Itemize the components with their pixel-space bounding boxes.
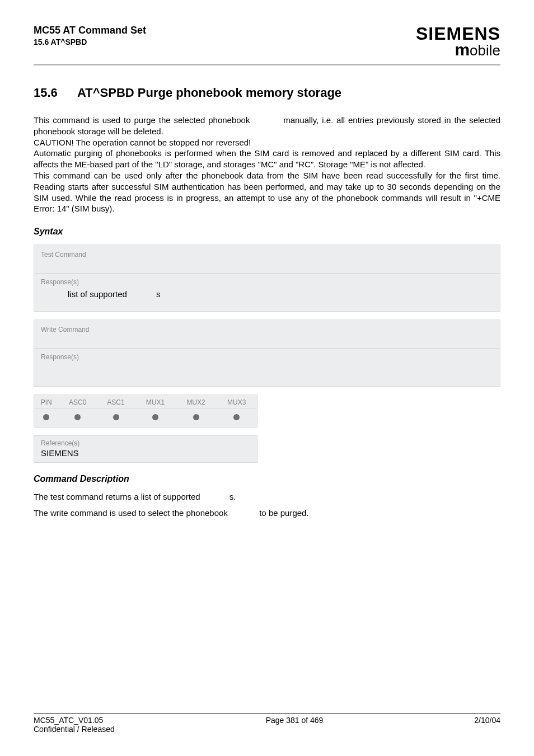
desc2b: to be purged. <box>257 508 309 518</box>
p2: CAUTION! The operation cannot be stopped… <box>34 138 251 147</box>
dot-icon <box>233 414 240 420</box>
test-command-label: Test Command <box>34 245 500 274</box>
page-footer: MC55_ATC_V01.05 Confidential / Released … <box>34 713 500 734</box>
dot-icon <box>193 414 199 420</box>
p3: Automatic purging of phonebooks is perfo… <box>34 148 500 169</box>
cap-h-asc0: ASC0 <box>59 395 97 409</box>
desc-line-2: The write command is used to select the … <box>34 508 500 518</box>
footer-page-number: Page 381 of 469 <box>266 716 324 734</box>
dot-icon <box>113 414 119 420</box>
write-response-label: Response(s) <box>41 353 493 361</box>
p4: This command can be used only after the … <box>34 171 500 213</box>
dot-icon <box>74 414 81 420</box>
cap-dot-mux3 <box>216 409 257 428</box>
reference-block: Reference(s) SIEMENS <box>34 435 257 463</box>
mobile-rest: obile <box>470 42 500 59</box>
dot-icon <box>152 414 158 420</box>
footer-row: MC55_ATC_V01.05 Confidential / Released … <box>34 716 500 734</box>
write-response-text <box>41 364 493 374</box>
cap-h-mux2: MUX2 <box>176 395 217 409</box>
dot-icon <box>43 414 49 420</box>
footer-left: MC55_ATC_V01.05 Confidential / Released <box>34 716 115 734</box>
cap-dot-mux2 <box>176 409 217 428</box>
desc2a: The write command is used to select the … <box>34 508 230 518</box>
desc1b: s. <box>229 492 236 501</box>
footer-confidential: Confidential / Released <box>34 725 115 734</box>
mobile-m: m <box>455 40 470 59</box>
document-subtitle: 15.6 AT^SPBD <box>34 37 146 46</box>
write-response-body: Response(s) <box>34 349 500 386</box>
cap-h-asc1: ASC1 <box>97 395 135 409</box>
write-command-block: Write Command Response(s) <box>34 320 500 387</box>
page-header: MC55 AT Command Set 15.6 AT^SPBD SIEMENS… <box>34 25 500 58</box>
mobile-wordmark: mobile <box>416 41 500 58</box>
header-left: MC55 AT Command Set 15.6 AT^SPBD <box>34 25 146 46</box>
write-command-label: Write Command <box>34 320 500 349</box>
footer-date: 2/10/04 <box>474 716 500 734</box>
reference-value: SIEMENS <box>34 448 257 462</box>
section-heading: 15.6AT^SPBD Purge phonebook memory stora… <box>34 86 500 100</box>
command-description-heading: Command Description <box>34 474 500 484</box>
test-response-body: Response(s) list of supported s <box>34 274 500 311</box>
content-area: 15.6AT^SPBD Purge phonebook memory stora… <box>34 65 500 518</box>
footer-version: MC55_ATC_V01.05 <box>34 716 115 725</box>
test-command-block: Test Command Response(s) list of support… <box>34 245 500 312</box>
p1a: This command is used to purge the select… <box>34 115 253 125</box>
cap-dot-asc0 <box>59 409 97 428</box>
capability-header-row: PIN ASC0 ASC1 MUX1 MUX2 MUX3 <box>34 395 257 409</box>
document-title: MC55 AT Command Set <box>34 25 146 36</box>
test-response-label: Response(s) <box>41 278 493 286</box>
desc-line-1: The test command returns a list of suppo… <box>34 492 500 501</box>
footer-rule <box>34 713 500 713</box>
cap-h-pin: PIN <box>34 395 59 409</box>
test-response-text: list of supported s <box>41 289 493 299</box>
section-title: AT^SPBD Purge phonebook memory storage <box>77 86 341 100</box>
siemens-logo: SIEMENS mobile <box>416 25 500 58</box>
cap-h-mux1: MUX1 <box>135 395 176 409</box>
section-number: 15.6 <box>34 86 77 100</box>
cap-dot-asc1 <box>97 409 135 428</box>
capability-table: PIN ASC0 ASC1 MUX1 MUX2 MUX3 <box>34 395 257 427</box>
capability-table-block: PIN ASC0 ASC1 MUX1 MUX2 MUX3 <box>34 395 257 428</box>
cap-dot-pin <box>34 409 59 428</box>
cap-dot-mux1 <box>135 409 176 428</box>
reference-label: Reference(s) <box>34 436 257 448</box>
desc1a: The test command returns a list of suppo… <box>34 492 203 501</box>
test-resp-a: list of supported <box>68 289 129 299</box>
intro-text: This command is used to purge the select… <box>34 115 500 214</box>
cap-h-mux3: MUX3 <box>216 395 257 409</box>
syntax-heading: Syntax <box>34 227 500 237</box>
capability-value-row <box>34 409 257 428</box>
test-resp-b: s <box>156 289 161 299</box>
